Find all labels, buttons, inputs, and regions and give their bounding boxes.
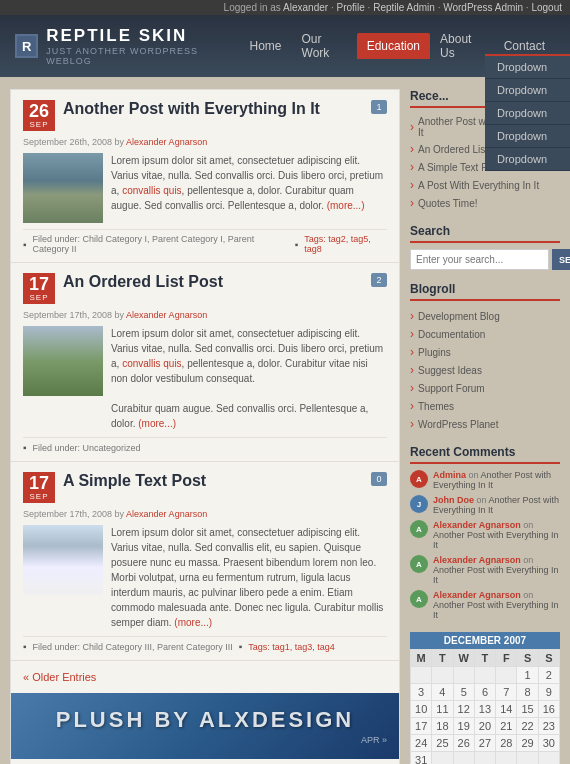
post-1-file-icon: ▪ xyxy=(23,239,27,250)
logout-link[interactable]: Logout xyxy=(531,2,562,13)
dropdown-item-3[interactable]: Dropdown xyxy=(485,102,570,125)
cal-cell: 13 xyxy=(474,701,495,718)
cal-cell: 10 xyxy=(411,701,432,718)
post-2-meta: September 17th, 2008 by Alexander Agnars… xyxy=(23,310,387,320)
post-2-link[interactable]: convallis quis xyxy=(122,358,181,369)
post-1-thumbnail xyxy=(23,153,103,223)
comment-3-post[interactable]: Another Post with Everything In It xyxy=(433,530,559,550)
comment-5-on: on xyxy=(523,590,533,600)
calendar-header: DECEMBER 2007 xyxy=(410,632,560,649)
comment-list: A Admina on Another Post with Everything… xyxy=(410,470,560,620)
cal-cell: 28 xyxy=(496,735,517,752)
cal-cell: 17 xyxy=(411,718,432,735)
content-area: 26 SEP Another Post with Everything In I… xyxy=(10,89,400,764)
post-3-tag-icon: ▪ xyxy=(239,641,243,652)
cal-cell xyxy=(432,667,453,684)
comment-5-post[interactable]: Another Post with Everything In It xyxy=(433,600,559,620)
comment-2-avatar: J xyxy=(410,495,428,513)
comment-4-post[interactable]: Another Post with Everything In It xyxy=(433,565,559,585)
comment-1-author: Admina xyxy=(433,470,466,480)
calendar-grid: M T W T F S S 1 2 3 xyxy=(410,649,560,764)
comment-2-author: John Doe xyxy=(433,495,474,505)
post-2-author-link[interactable]: Alexander Agnarson xyxy=(126,310,207,320)
comment-2-content: John Doe on Another Post with Everything… xyxy=(433,495,560,515)
post-3-tags: Tags: tag1, tag3, tag4 xyxy=(248,642,335,652)
dropdown-item-5[interactable]: Dropdown xyxy=(485,148,570,171)
post-3-text: Lorem ipsum dolor sit amet, consectetuer… xyxy=(111,525,387,630)
post-2-date: 17 SEP xyxy=(23,273,55,304)
search-button[interactable]: SEARCH xyxy=(552,249,570,270)
recent-post-4[interactable]: A Post With Everything In It xyxy=(410,176,560,194)
post-3-body: Lorem ipsum dolor sit amet, consectetuer… xyxy=(23,525,387,630)
cal-cell: 8 xyxy=(517,684,538,701)
post-2-image xyxy=(23,326,103,396)
cal-cell: 4 xyxy=(432,684,453,701)
dropdown-item-4[interactable]: Dropdown xyxy=(485,125,570,148)
site-title: REPTILE SKIN xyxy=(46,26,239,46)
cal-cell xyxy=(496,752,517,765)
blogroll-item-6[interactable]: Themes xyxy=(410,397,560,415)
cal-cell: 21 xyxy=(496,718,517,735)
post-2-readmore[interactable]: (more...) xyxy=(138,418,176,429)
post-3-meta: September 17th, 2008 by Alexander Agnars… xyxy=(23,509,387,519)
cal-cell: 26 xyxy=(453,735,474,752)
post-1-image xyxy=(23,153,103,223)
cal-header-s1: S xyxy=(517,650,538,667)
post-2-header: 17 SEP An Ordered List Post 2 xyxy=(23,273,387,304)
comment-5-avatar: A xyxy=(410,590,428,608)
post-1-title[interactable]: Another Post with Everything In It xyxy=(63,100,363,118)
nav-our-work[interactable]: Our Work xyxy=(292,26,357,66)
post-3-readmore[interactable]: (more...) xyxy=(174,617,212,628)
cal-cell xyxy=(411,667,432,684)
comment-3-on: on xyxy=(523,520,533,530)
site-subtitle: JUST ANOTHER WORDPRESS WEBLOG xyxy=(46,46,239,66)
post-3-image xyxy=(23,525,103,595)
plush-banner: PLUSH BY ALXDESIGN APR » xyxy=(11,693,399,759)
post-3-month: SEP xyxy=(27,492,51,501)
reptile-admin-link[interactable]: Reptile Admin xyxy=(373,2,435,13)
post-2-month: SEP xyxy=(27,293,51,302)
post-1-meta: September 26th, 2008 by Alexander Agnars… xyxy=(23,137,387,147)
search-widget: Search SEARCH xyxy=(410,224,560,270)
blogroll-item-5[interactable]: Support Forum xyxy=(410,379,560,397)
admin-username-link[interactable]: Alexander xyxy=(283,2,328,13)
recent-post-5[interactable]: Quotes Time! xyxy=(410,194,560,212)
wp-admin-link[interactable]: WordPress Admin xyxy=(443,2,523,13)
blogroll-item-4[interactable]: Suggest Ideas xyxy=(410,361,560,379)
post-2-footer: ▪ Filed under: Uncategorized xyxy=(23,437,387,453)
blogroll-item-7[interactable]: WordPress Planet xyxy=(410,415,560,433)
cal-cell: 6 xyxy=(474,684,495,701)
dropdown-item-2[interactable]: Dropdown xyxy=(485,79,570,102)
cal-cell: 18 xyxy=(432,718,453,735)
post-1-author-link[interactable]: Alexander Agnarson xyxy=(126,137,207,147)
search-input[interactable] xyxy=(410,249,549,270)
post-1-day: 26 xyxy=(27,102,51,120)
post-1-month: SEP xyxy=(27,120,51,129)
blogroll-item-1[interactable]: Development Blog xyxy=(410,307,560,325)
comment-5-content: Alexander Agnarson on Another Post with … xyxy=(433,590,560,620)
cal-header-t2: T xyxy=(474,650,495,667)
nav-education[interactable]: Education xyxy=(357,33,430,59)
post-2-day: 17 xyxy=(27,275,51,293)
post-1-body: Lorem ipsum dolor sit amet, consectetuer… xyxy=(23,153,387,223)
comment-3: A Alexander Agnarson on Another Post wit… xyxy=(410,520,560,550)
site-logo: R REPTILE SKIN JUST ANOTHER WORDPRESS WE… xyxy=(15,26,240,66)
logo-icon: R xyxy=(15,34,38,58)
post-3-author-link[interactable]: Alexander Agnarson xyxy=(126,509,207,519)
cal-header-w: W xyxy=(453,650,474,667)
post-2-filed: Filed under: Uncategorized xyxy=(33,443,141,453)
blogroll-item-2[interactable]: Documentation xyxy=(410,325,560,343)
cal-cell: 12 xyxy=(453,701,474,718)
post-1-readmore[interactable]: (more...) xyxy=(327,200,365,211)
post-2-title[interactable]: An Ordered List Post xyxy=(63,273,363,291)
dropdown-item-1[interactable]: Dropdown xyxy=(485,56,570,79)
nav-home[interactable]: Home xyxy=(240,33,292,59)
profile-link[interactable]: Profile xyxy=(336,2,364,13)
post-1-tag-icon: ▪ xyxy=(295,239,299,250)
cal-cell: 24 xyxy=(411,735,432,752)
post-3-title[interactable]: A Simple Text Post xyxy=(63,472,363,490)
cal-cell: 29 xyxy=(517,735,538,752)
blogroll-item-3[interactable]: Plugins xyxy=(410,343,560,361)
older-entries-link[interactable]: « Older Entries xyxy=(11,661,399,693)
post-1-link[interactable]: convallis quis xyxy=(122,185,181,196)
